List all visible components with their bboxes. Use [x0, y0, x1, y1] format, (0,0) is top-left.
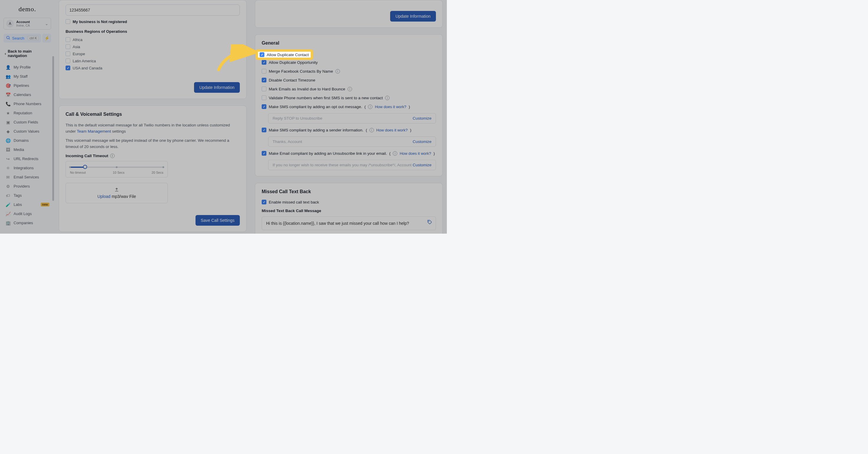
timeout-label: Incoming Call Timeout — [66, 154, 108, 158]
missed-msg-textarea[interactable]: Hi this is {{location.name}}, I saw that… — [262, 216, 436, 230]
search-label: Search — [12, 36, 26, 40]
back-to-main-nav[interactable]: ‹ Back to main navigation — [4, 47, 51, 60]
sms-optout-input[interactable]: Reply STOP to Unsubscribe Customize — [268, 113, 436, 123]
account-location: Irvine, CA — [16, 24, 42, 28]
customize-link[interactable]: Customize — [412, 116, 432, 121]
how-works-link[interactable]: How does it work? — [376, 128, 408, 132]
allow-dup-contact-checkbox[interactable] — [262, 51, 267, 56]
team-management-link[interactable]: Team Management — [77, 129, 111, 133]
info-icon[interactable]: i — [369, 128, 374, 132]
sidebar-item-pipelines[interactable]: 🎯Pipelines — [4, 81, 51, 90]
lightning-icon: ⚡ — [44, 36, 49, 40]
sidebar-item-phone-numbers[interactable]: 📞Phone Numbers — [4, 99, 51, 109]
missed-msg-value: Hi this is {{location.name}}, I saw that… — [266, 221, 409, 226]
not-registered-checkbox[interactable] — [66, 19, 70, 24]
sidebar-item-custom-values[interactable]: ◆Custom Values — [4, 127, 51, 136]
sms-sender-checkbox[interactable] — [262, 128, 267, 132]
info-icon[interactable]: i — [385, 96, 390, 100]
sidebar-item-custom-fields[interactable]: ▣Custom Fields — [4, 118, 51, 127]
region-usca-checkbox[interactable] — [66, 66, 70, 70]
upload-link[interactable]: Upload — [97, 194, 111, 199]
slider-label-left: No timeout — [70, 171, 86, 174]
integrations-icon: ⚛ — [5, 166, 11, 171]
slider-thumb[interactable] — [83, 165, 87, 169]
enable-missed-call-label: Enable missed call text back — [269, 200, 319, 204]
building-icon: 🏢 — [5, 221, 11, 225]
chevron-down-icon: ⌄ — [45, 21, 49, 26]
gear-icon: ⚙ — [5, 184, 11, 189]
sms-sender-input[interactable]: Thanks, Account Customize — [268, 137, 436, 147]
sidebar-item-domains[interactable]: 🌐Domains — [4, 136, 51, 145]
star-icon: ★ — [5, 111, 11, 116]
region-latam-checkbox[interactable] — [66, 59, 70, 63]
how-works-link[interactable]: How does it work? — [375, 104, 406, 109]
hard-bounce-checkbox[interactable] — [262, 87, 267, 91]
fields-icon: ▣ — [5, 120, 11, 125]
update-information-button[interactable]: Update Information — [194, 82, 240, 93]
sidebar-item-reputation[interactable]: ★Reputation — [4, 109, 51, 118]
region-europe-checkbox[interactable] — [66, 51, 70, 56]
business-number-input[interactable] — [66, 4, 240, 16]
sidebar-item-tags[interactable]: 🏷Tags — [4, 191, 51, 200]
save-call-settings-button[interactable]: Save Call Settings — [195, 215, 240, 226]
sms-sender-label: Make SMS compliant by adding a sender in… — [269, 128, 363, 132]
update-information-button-right[interactable]: Update Information — [390, 11, 436, 22]
merge-fb-checkbox[interactable] — [262, 69, 267, 73]
sms-optout-label: Make SMS compliant by adding an opt out … — [269, 104, 362, 109]
region-usca-label: USA and Canada — [73, 66, 102, 70]
quick-actions-button[interactable]: ⚡ — [42, 34, 51, 42]
sms-optout-checkbox[interactable] — [262, 104, 267, 109]
info-icon[interactable]: i — [348, 87, 352, 91]
info-icon[interactable]: i — [110, 154, 115, 158]
allow-dup-opp-checkbox[interactable] — [262, 60, 267, 65]
sidebar-item-providers[interactable]: ⚙Providers — [4, 182, 51, 191]
how-works-link[interactable]: How does it work? — [400, 151, 431, 156]
disable-tz-label: Disable Contact Timezone — [269, 78, 315, 83]
sidebar-item-my-staff[interactable]: 👥My Staff — [4, 72, 51, 81]
search-button[interactable]: Search ctrl K — [4, 34, 41, 42]
info-icon[interactable]: i — [368, 104, 372, 109]
call-voicemail-card: Call & Voicemail Settings This is the de… — [59, 105, 247, 232]
customize-link[interactable]: Customize — [412, 163, 432, 167]
email-unsub-checkbox[interactable] — [262, 151, 267, 156]
info-icon[interactable]: i — [393, 151, 397, 156]
diamond-icon: ◆ — [5, 129, 11, 134]
region-africa-checkbox[interactable] — [66, 37, 70, 42]
region-africa-label: Africa — [73, 37, 83, 42]
email-unsub-input[interactable]: If you no longer wish to receive these e… — [268, 160, 436, 170]
sms-sender-value: Thanks, Account — [273, 140, 412, 144]
sidebar-item-labs[interactable]: 🧪Labsnew — [4, 200, 51, 209]
validate-phone-checkbox[interactable] — [262, 95, 267, 100]
account-switcher[interactable]: A Account Irvine, CA ⌄ — [4, 18, 51, 30]
merge-fb-label: Merge Facebook Contacts By Name — [269, 69, 333, 73]
brand-logo: demo. — [4, 5, 51, 13]
sidebar-item-email-services[interactable]: ✉Email Services — [4, 173, 51, 182]
sidebar-item-media[interactable]: 🖼Media — [4, 145, 51, 154]
top-right-card: Update Information — [255, 0, 443, 28]
image-icon: 🖼 — [5, 147, 11, 152]
enable-missed-call-checkbox[interactable] — [262, 200, 267, 204]
business-info-card: My business is Not registered Business R… — [59, 0, 247, 99]
region-asia-checkbox[interactable] — [66, 44, 70, 49]
info-icon[interactable]: i — [336, 69, 340, 73]
disable-tz-checkbox[interactable] — [262, 78, 267, 83]
sidebar-item-calendars[interactable]: 📅Calendars — [4, 90, 51, 99]
sidebar-item-companies[interactable]: 🏢Companies — [4, 218, 51, 228]
timeout-slider[interactable]: No timeout 10 Secs 20 Secs — [66, 161, 168, 178]
region-asia-label: Asia — [73, 44, 80, 49]
upload-voicemail-box[interactable]: Upload mp3/wav File — [66, 183, 168, 203]
search-icon — [6, 35, 10, 41]
redirect-icon: ↪ — [5, 156, 11, 161]
account-avatar: A — [6, 20, 14, 28]
sidebar-item-my-profile[interactable]: 👤My Profile — [4, 63, 51, 72]
hard-bounce-label: Mark Emails as Invalid due to Hard Bounc… — [269, 87, 345, 91]
chevron-left-icon: ‹ — [5, 51, 6, 56]
sidebar-scrollbar[interactable] — [52, 56, 54, 219]
sidebar-item-audit-logs[interactable]: 📈Audit Logs — [4, 209, 51, 218]
tag-icon[interactable] — [427, 220, 432, 225]
sidebar-item-integrations[interactable]: ⚛Integrations — [4, 163, 51, 173]
sidebar-item-url-redirects[interactable]: ↪URL Redirects — [4, 154, 51, 163]
tag-icon: 🏷 — [5, 193, 11, 198]
customize-link[interactable]: Customize — [412, 140, 432, 144]
scrollbar-thumb[interactable] — [52, 56, 54, 201]
